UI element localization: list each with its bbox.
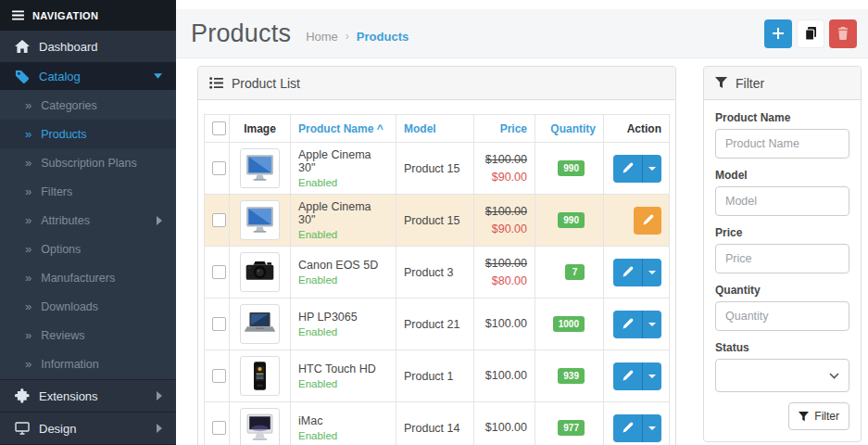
add-new-button[interactable]: [764, 19, 792, 48]
price-special: $90.00: [482, 221, 527, 238]
edit-button[interactable]: [613, 414, 642, 442]
table-row: Apple Cinema 30" Enabled Product 15 $100…: [205, 195, 670, 247]
filter-input-product-name[interactable]: [715, 129, 849, 159]
double-angle-icon: »: [25, 299, 31, 313]
filter-button[interactable]: Filter: [788, 402, 849, 430]
sidebar-subitem-subscription-plans[interactable]: » Subscription Plans: [0, 148, 176, 177]
sidebar-subitem-label: Attributes: [41, 214, 90, 227]
product-table: Image Product Name ^ Model Price Quantit…: [204, 114, 670, 445]
edit-button-group: [613, 155, 661, 183]
sort-product-name-link[interactable]: Product Name ^: [298, 122, 384, 135]
caret-down-icon: [648, 271, 656, 274]
edit-dropdown-toggle[interactable]: [642, 155, 661, 183]
tag-icon: [14, 70, 30, 83]
sort-quantity-link[interactable]: Quantity: [550, 122, 596, 135]
filter-input-quantity[interactable]: [715, 301, 849, 331]
sidebar-subitem-categories[interactable]: » Categories: [0, 91, 176, 120]
row-checkbox[interactable]: [212, 317, 226, 331]
product-status: Enabled: [298, 229, 388, 240]
filter-status-group: Status: [715, 341, 849, 392]
copy-button[interactable]: [797, 19, 824, 48]
sidebar-subitem-reviews[interactable]: » Reviews: [0, 321, 176, 350]
product-price: $100.00$80.00: [474, 247, 535, 299]
product-thumbnail: [240, 148, 280, 188]
chevron-down-icon: [154, 73, 162, 79]
sidebar-subitem-label: Filters: [41, 185, 72, 198]
row-checkbox[interactable]: [212, 421, 226, 435]
sidebar-subitem-attributes[interactable]: » Attributes: [0, 206, 176, 235]
product-thumbnail: [240, 252, 280, 292]
sidebar-subitem-options[interactable]: » Options: [0, 235, 176, 263]
edit-dropdown-toggle[interactable]: [642, 362, 661, 390]
sidebar-item-catalog[interactable]: Catalog: [0, 62, 176, 90]
sidebar-item-dashboard[interactable]: Dashboard: [0, 31, 176, 62]
row-checkbox[interactable]: [212, 213, 226, 227]
edit-button[interactable]: [613, 311, 642, 338]
edit-button[interactable]: [634, 207, 661, 235]
quantity-badge: 977: [558, 420, 585, 436]
edit-button-group: [613, 362, 661, 390]
sidebar-subitem-downloads[interactable]: » Downloads: [0, 292, 176, 321]
delete-button[interactable]: [829, 19, 857, 48]
double-angle-icon: »: [25, 98, 31, 112]
filter-field-label: Price: [715, 226, 849, 239]
content: Product List Image Product Name ^: [176, 58, 868, 445]
filter-input-model[interactable]: [715, 186, 849, 216]
breadcrumb-products[interactable]: Products: [357, 30, 409, 44]
filter-body: Product Name Model Price Quantity Status: [704, 100, 861, 441]
sidebar-subitem-label: Categories: [41, 99, 96, 112]
edit-dropdown-toggle[interactable]: [642, 259, 661, 286]
edit-button[interactable]: [613, 362, 642, 390]
filter-heading: Filter: [704, 67, 861, 100]
sort-asc-indicator: ^: [377, 122, 384, 135]
funnel-icon: [799, 412, 809, 422]
filter-input-price[interactable]: [715, 244, 849, 273]
double-angle-icon: »: [25, 184, 31, 198]
filter-panel: Filter Product Name Model Price Quantity…: [703, 66, 862, 442]
breadcrumb-home[interactable]: Home: [306, 30, 338, 44]
sidebar-item-extensions[interactable]: Extensions: [0, 380, 176, 412]
breadcrumb-separator: ›: [346, 30, 349, 43]
filter-footer: Filter: [715, 402, 849, 430]
select-all-checkbox[interactable]: [212, 121, 226, 135]
filter-field-product-name: Product Name: [715, 111, 849, 159]
price-old: $100.00: [482, 203, 527, 221]
edit-button[interactable]: [613, 155, 642, 183]
edit-dropdown-toggle[interactable]: [642, 414, 661, 442]
edit-button-group: [613, 414, 661, 442]
edit-dropdown-toggle[interactable]: [642, 311, 661, 338]
row-checkbox[interactable]: [212, 369, 226, 383]
product-thumbnail: [240, 356, 280, 396]
product-model: Product 3: [396, 247, 474, 299]
row-checkbox[interactable]: [212, 265, 226, 279]
row-actions: [604, 247, 670, 299]
product-name: Apple Cinema 30": [298, 200, 388, 226]
double-angle-icon: »: [25, 357, 31, 371]
sidebar-subitem-label: Manufacturers: [41, 272, 115, 285]
caret-down-icon: [648, 167, 656, 171]
sidebar-subitem-filters[interactable]: » Filters: [0, 177, 176, 206]
product-status: Enabled: [298, 274, 388, 286]
double-angle-icon: »: [25, 242, 31, 256]
filter-field-label: Model: [715, 169, 849, 182]
sidebar-subitem-manufacturers[interactable]: » Manufacturers: [0, 263, 176, 292]
filter-field-label: Quantity: [715, 284, 849, 297]
row-checkbox[interactable]: [212, 161, 226, 175]
product-name: Canon EOS 5D: [298, 259, 388, 272]
sidebar-subitem-label: Reviews: [41, 329, 84, 342]
sidebar: NAVIGATION Dashboard Catalog » Categorie…: [0, 0, 176, 445]
table-row: Apple Cinema 30" Enabled Product 15 $100…: [205, 143, 670, 195]
sidebar-item-design[interactable]: Design: [0, 413, 176, 444]
caret-down-icon: [648, 426, 656, 430]
copy-icon: [804, 26, 817, 41]
status-select[interactable]: [715, 359, 849, 392]
sort-model-link[interactable]: Model: [404, 122, 436, 135]
sidebar-subitem-products[interactable]: » Products: [0, 120, 176, 148]
sort-price-link[interactable]: Price: [500, 122, 527, 135]
sidebar-subitem-information[interactable]: » Information: [0, 350, 176, 378]
row-actions: [604, 402, 670, 445]
sidebar-subitem-label: Products: [41, 128, 86, 141]
edit-button[interactable]: [613, 259, 642, 286]
product-status: Enabled: [298, 177, 388, 188]
chevron-right-icon: [157, 216, 162, 225]
